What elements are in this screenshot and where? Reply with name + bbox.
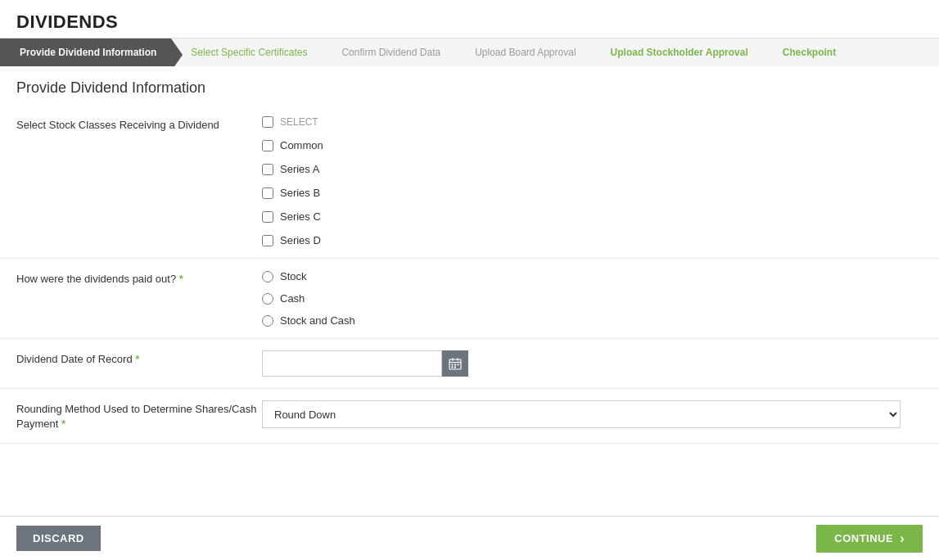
radio-stock-cash[interactable]: Stock and Cash — [262, 314, 923, 327]
radio-stock-input[interactable] — [262, 271, 273, 282]
form-body: Select Stock Classes Receiving a Dividen… — [0, 105, 939, 509]
checkbox-series-d-label: Series D — [280, 234, 321, 246]
radio-stock-label: Stock — [280, 270, 307, 282]
rounding-method-required: * — [61, 418, 65, 430]
checkbox-select-all[interactable]: SELECT — [262, 116, 923, 128]
continue-label: CONTINUE — [834, 532, 893, 544]
svg-rect-6 — [458, 364, 459, 366]
calendar-icon — [449, 357, 462, 370]
checkbox-series-c-label: Series C — [280, 210, 321, 223]
payment-method-control: Stock Cash Stock and Cash — [262, 270, 923, 327]
checkbox-common-label: Common — [280, 139, 323, 151]
payment-method-label: How were the dividends paid out? * — [16, 270, 262, 287]
page-title: DIVIDENDS — [16, 11, 923, 33]
stock-classes-label: Select Stock Classes Receiving a Dividen… — [16, 116, 262, 133]
svg-rect-5 — [454, 364, 456, 366]
svg-rect-4 — [452, 364, 454, 366]
checkbox-series-a-input[interactable] — [262, 164, 273, 175]
section-title: Provide Dividend Information — [0, 66, 939, 105]
stepper-item-provide-dividend[interactable]: Provide Dividend Information — [0, 38, 171, 66]
radio-cash-label: Cash — [280, 292, 305, 305]
date-of-record-control — [262, 350, 923, 377]
radio-cash[interactable]: Cash — [262, 292, 923, 305]
checkbox-common-input[interactable] — [262, 140, 273, 151]
rounding-method-row: Rounding Method Used to Determine Shares… — [0, 389, 939, 444]
stepper-item-upload-stockholder[interactable]: Upload Stockholder Approval — [591, 38, 763, 66]
stepper-item-confirm-data[interactable]: Confirm Dividend Data — [322, 38, 455, 66]
stepper-item-upload-board[interactable]: Upload Board Approval — [455, 38, 590, 66]
radio-stock[interactable]: Stock — [262, 270, 923, 282]
svg-rect-7 — [452, 367, 454, 368]
checkbox-series-a-label: Series A — [280, 163, 319, 175]
footer: DISCARD CONTINUE › — [0, 516, 939, 560]
checkbox-series-b-input[interactable] — [262, 187, 273, 199]
payment-method-row: How were the dividends paid out? * Stock… — [0, 259, 939, 339]
stock-classes-row: Select Stock Classes Receiving a Dividen… — [0, 105, 939, 259]
checkbox-series-d-input[interactable] — [262, 235, 273, 246]
continue-arrow-icon: › — [900, 531, 905, 546]
checkbox-series-c[interactable]: Series C — [262, 210, 923, 223]
radio-cash-input[interactable] — [262, 293, 273, 305]
checkbox-series-a[interactable]: Series A — [262, 163, 923, 175]
checkbox-series-d[interactable]: Series D — [262, 234, 923, 246]
checkbox-series-b-label: Series B — [280, 187, 320, 199]
rounding-method-control: Round Down Round Up Round Half — [262, 400, 923, 428]
continue-button[interactable]: CONTINUE › — [816, 525, 923, 553]
stepper-item-select-certificates[interactable]: Select Specific Certificates — [171, 38, 322, 66]
date-of-record-row: Dividend Date of Record * — [0, 339, 939, 389]
date-of-record-required: * — [135, 353, 139, 365]
stock-classes-control: SELECT Common Series A Series B Series C — [262, 116, 923, 246]
checkbox-group: SELECT Common Series A Series B Series C — [262, 116, 923, 246]
radio-group: Stock Cash Stock and Cash — [262, 270, 923, 327]
rounding-method-select[interactable]: Round Down Round Up Round Half — [262, 400, 901, 428]
checkbox-series-b[interactable]: Series B — [262, 187, 923, 199]
checkbox-common[interactable]: Common — [262, 139, 923, 151]
stepper-item-checkpoint[interactable]: Checkpoint — [763, 38, 851, 66]
radio-stock-cash-label: Stock and Cash — [280, 314, 355, 327]
discard-button[interactable]: DISCARD — [16, 526, 101, 551]
stepper-nav: Provide Dividend Information Select Spec… — [0, 38, 939, 66]
payment-method-required: * — [179, 273, 183, 285]
page-header: DIVIDENDS — [0, 0, 939, 38]
checkbox-series-c-input[interactable] — [262, 211, 273, 223]
svg-rect-8 — [454, 367, 456, 368]
checkbox-select-all-input[interactable] — [262, 116, 273, 128]
date-input[interactable] — [262, 350, 442, 377]
calendar-button[interactable] — [442, 350, 468, 377]
radio-stock-cash-input[interactable] — [262, 315, 273, 327]
date-input-wrap — [262, 350, 923, 377]
rounding-method-label: Rounding Method Used to Determine Shares… — [16, 400, 262, 431]
checkbox-select-all-label: SELECT — [280, 116, 318, 128]
date-of-record-label: Dividend Date of Record * — [16, 350, 262, 367]
